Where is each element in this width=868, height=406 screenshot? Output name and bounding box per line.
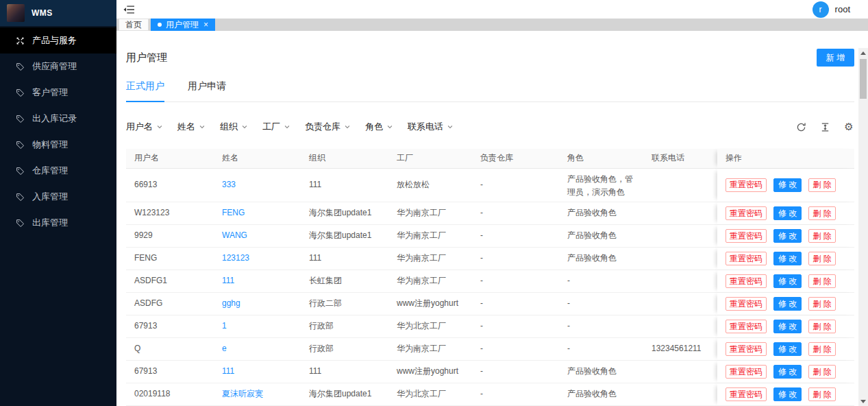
delete-button[interactable]: 删 除 (808, 252, 835, 265)
name-link[interactable]: gghg (222, 297, 240, 310)
cell-username: ASDFG1 (126, 270, 214, 292)
cell-role: 产品验收角色，管理员，演示角色 (559, 169, 643, 202)
chevron-down-icon (447, 123, 454, 130)
edit-button[interactable]: 修 改 (773, 365, 802, 379)
name-link[interactable]: FENG (222, 206, 245, 219)
delete-button[interactable]: 删 除 (808, 365, 835, 379)
name-link[interactable]: 111 (222, 365, 234, 378)
reset-password-button[interactable]: 重置密码 (726, 178, 767, 192)
sidebar-item[interactable]: 仓库管理 (0, 158, 116, 184)
reset-password-button[interactable]: 重置密码 (726, 320, 767, 333)
filter-dropdown[interactable]: 联系电话 (408, 121, 454, 133)
table-row: Qe行政部华为南京工厂--13234561211重置密码修 改删 除 (126, 338, 854, 361)
page-title: 用户管理 (126, 50, 167, 65)
reset-password-button[interactable]: 重置密码 (726, 274, 767, 288)
name-link[interactable]: WANG (222, 229, 247, 242)
reset-password-button[interactable]: 重置密码 (726, 342, 767, 356)
cell-phone (643, 270, 717, 292)
name-link[interactable]: 111 (222, 274, 234, 287)
name-link[interactable]: e (222, 342, 227, 355)
reset-password-button[interactable]: 重置密码 (726, 365, 767, 379)
delete-button[interactable]: 删 除 (808, 320, 835, 333)
cell-org: 行政部 (301, 315, 388, 337)
sidebar-item[interactable]: 客户管理 (0, 80, 116, 106)
sidebar: WMS 产品与服务供应商管理客户管理出入库记录物料管理仓库管理入库管理出库管理 (0, 0, 116, 406)
edit-button[interactable]: 修 改 (773, 229, 802, 243)
page-tab[interactable]: 正式用户 (126, 80, 164, 102)
sidebar-item[interactable]: 产品与服务 (0, 27, 116, 53)
edit-button[interactable]: 修 改 (773, 178, 802, 192)
column-header: 负责仓库 (472, 149, 559, 167)
delete-button[interactable]: 删 除 (808, 206, 835, 220)
delete-button[interactable]: 删 除 (808, 342, 835, 356)
filter-dropdown[interactable]: 工厂 (262, 121, 290, 133)
name-link[interactable]: 333 (222, 178, 236, 191)
settings-gear-icon[interactable]: ⚙ (843, 121, 854, 132)
filter-dropdown[interactable]: 角色 (365, 121, 393, 133)
delete-button[interactable]: 删 除 (808, 274, 835, 288)
edit-button[interactable]: 修 改 (773, 274, 802, 288)
scrollbar-down-arrow-icon[interactable] (858, 396, 868, 406)
reset-password-button[interactable]: 重置密码 (726, 229, 767, 243)
edit-button[interactable]: 修 改 (773, 252, 802, 265)
edit-button[interactable]: 修 改 (773, 206, 802, 220)
edit-button[interactable]: 修 改 (773, 342, 802, 356)
nav-tab[interactable]: 首页 (119, 19, 149, 31)
sidebar-item[interactable]: 入库管理 (0, 184, 116, 210)
chevron-down-icon (344, 123, 351, 130)
sidebar-item-label: 出库管理 (32, 217, 68, 229)
reset-password-button[interactable]: 重置密码 (726, 387, 767, 401)
reset-password-button[interactable]: 重置密码 (726, 252, 767, 265)
reset-password-button[interactable]: 重置密码 (726, 206, 767, 220)
delete-button[interactable]: 删 除 (808, 229, 835, 243)
cell-username: Q (126, 338, 214, 360)
name-link[interactable]: 1 (222, 320, 227, 333)
close-icon[interactable]: × (203, 21, 208, 29)
cell-username: 02019118 (126, 383, 214, 405)
nav-tab[interactable]: 用户管理× (151, 19, 215, 31)
filter-dropdown[interactable]: 组织 (220, 121, 248, 133)
sidebar-item[interactable]: 供应商管理 (0, 53, 116, 80)
sidebar-item[interactable]: 出入库记录 (0, 106, 116, 132)
cell-factory: www注册yoghurt (388, 293, 472, 315)
column-header: 组织 (301, 149, 388, 167)
main-area: r root 首页用户管理× 用户管理 新 增 正式用户用户申请 用户名姓名组织… (116, 0, 868, 406)
density-icon[interactable] (819, 121, 830, 132)
chevron-down-icon (241, 123, 248, 130)
filter-dropdown[interactable]: 用户名 (126, 121, 163, 133)
scrollbar-thumb[interactable] (860, 59, 867, 99)
edit-button[interactable]: 修 改 (773, 320, 802, 333)
cell-warehouse: - (472, 361, 559, 383)
add-button[interactable]: 新 增 (817, 49, 854, 67)
menu-fold-icon[interactable] (122, 3, 136, 16)
cell-org: 海尔集团update1 (301, 383, 388, 405)
nav-tabs-bar: 首页用户管理× (116, 19, 868, 31)
cell-role: 产品验收角色 (559, 361, 643, 383)
name-link[interactable]: 123123 (222, 252, 249, 265)
reset-password-button[interactable]: 重置密码 (726, 297, 767, 311)
sidebar-item[interactable]: 出库管理 (0, 210, 116, 236)
vertical-scrollbar[interactable] (858, 48, 868, 406)
reload-icon[interactable] (795, 121, 806, 132)
cell-phone (643, 293, 717, 315)
column-header: 用户名 (126, 149, 214, 167)
delete-button[interactable]: 删 除 (808, 297, 835, 311)
page-tab[interactable]: 用户申请 (188, 80, 226, 102)
delete-button[interactable]: 删 除 (808, 178, 835, 192)
name-link[interactable]: 夏沫听寂寞 (222, 387, 263, 401)
delete-button[interactable]: 删 除 (808, 387, 835, 401)
column-header: 角色 (559, 149, 643, 167)
table-row: W123123FENG海尔集团update1华为南京工厂-产品验收角色重置密码修… (126, 202, 854, 225)
edit-button[interactable]: 修 改 (773, 387, 802, 401)
page-tabs: 正式用户用户申请 (126, 80, 854, 102)
filter-dropdown[interactable]: 姓名 (177, 121, 206, 133)
cell-actions: 重置密码修 改删 除 (717, 293, 854, 315)
scrollbar-up-arrow-icon[interactable] (858, 48, 868, 58)
cell-role: - (559, 293, 643, 315)
sidebar-item[interactable]: 物料管理 (0, 132, 116, 158)
edit-button[interactable]: 修 改 (773, 297, 802, 311)
user-menu[interactable]: r root (813, 1, 850, 18)
cell-role: 产品验收角色 (559, 202, 643, 224)
filter-dropdown[interactable]: 负责仓库 (305, 121, 351, 133)
cell-username: 66913 (126, 169, 214, 202)
